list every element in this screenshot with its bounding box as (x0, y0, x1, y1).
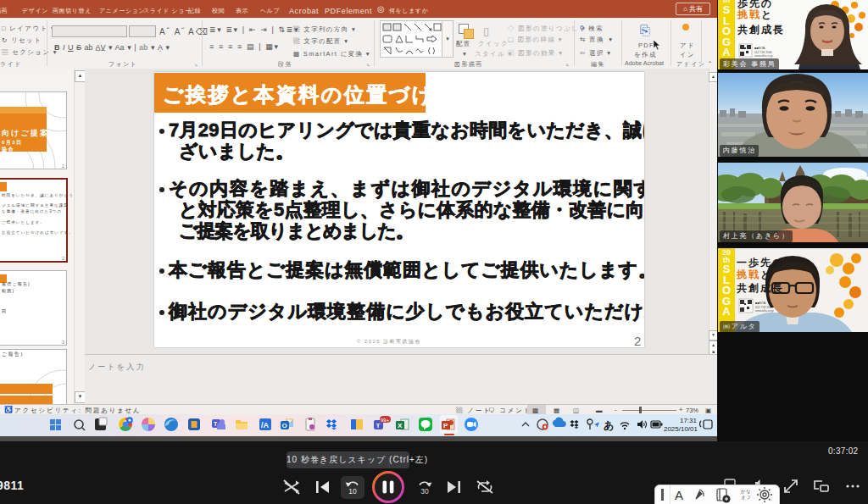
svg-text:T: T (376, 422, 381, 429)
svg-text:X: X (398, 422, 403, 429)
svg-text:www.alta.co.jp: www.alta.co.jp (754, 54, 773, 58)
svg-text:www.alta.co.jp: www.alta.co.jp (755, 309, 774, 313)
svg-text:2025/10/01: 2025/10/01 (664, 425, 698, 433)
svg-text:あ: あ (604, 419, 614, 431)
svg-text:■■NTA: ■■NTA (755, 301, 766, 305)
svg-text:O: O (282, 422, 287, 429)
svg-text:/A: /A (261, 421, 270, 429)
svg-text:■■NTA: ■■NTA (754, 46, 765, 50)
svg-text:99+: 99+ (381, 418, 390, 423)
svg-text:17:31: 17:31 (680, 417, 698, 424)
svg-text:10: 10 (348, 487, 357, 496)
svg-text:P: P (443, 422, 448, 429)
svg-text:30: 30 (420, 487, 429, 496)
svg-text:T: T (214, 421, 218, 427)
